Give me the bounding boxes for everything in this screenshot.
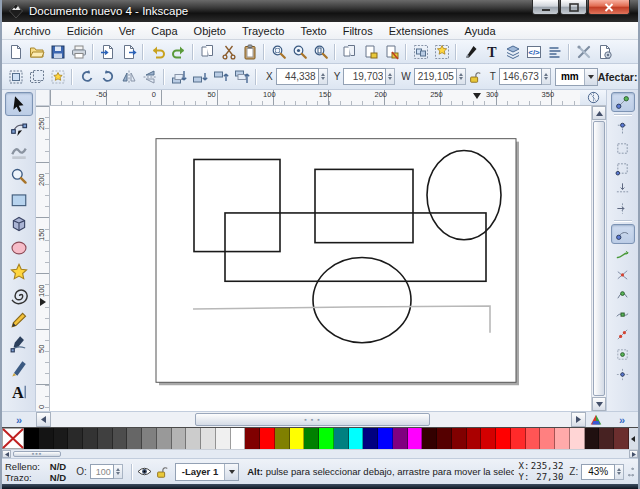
snap-bbox-edges-button[interactable] [611,138,635,158]
zoom-to-selection-button[interactable] [268,42,289,62]
resize-grip[interactable] [627,464,635,480]
print-document-button[interactable] [68,42,89,62]
titlebar[interactable]: Documento nuevo 4 - Inkscape [2,0,638,22]
snap-enable-button[interactable] [611,92,635,112]
snap-bbox-edge-midpoints-button[interactable] [611,178,635,198]
y-spinner[interactable] [386,68,395,85]
tool-ellipse[interactable] [5,236,33,260]
swatch-ff0000[interactable] [496,428,511,449]
swatch-404040[interactable] [98,428,113,449]
export-bitmap-button[interactable] [118,42,139,62]
swatch-ff5555[interactable] [526,428,541,449]
tool-rectangle[interactable] [5,188,33,212]
vertical-scrollbar[interactable] [591,106,606,411]
undo-button[interactable] [147,42,168,62]
raise-to-top-button[interactable] [231,67,252,87]
swatch-b3b3b3[interactable] [172,428,187,449]
snapbar-overflow-chevron[interactable]: » [616,414,628,426]
swatch-none[interactable] [2,428,24,449]
xml-editor-button[interactable]: </> [523,42,544,62]
swatch-d40000[interactable] [481,428,496,449]
swatch-00ffff[interactable] [349,428,364,449]
document-properties-button[interactable] [594,42,615,62]
flip-vertical-button[interactable] [139,67,160,87]
save-document-button[interactable] [47,42,68,62]
swatch-292929[interactable] [68,428,83,449]
swatch-800000[interactable] [452,428,467,449]
tool-text[interactable]: A [5,380,33,404]
swatch-330000[interactable] [422,428,437,449]
new-document-button[interactable] [5,42,26,62]
tool-node-editor[interactable] [5,116,33,140]
raise-button[interactable] [210,67,231,87]
menu-archivo[interactable]: Archivo [6,24,59,38]
swatch-ffff00[interactable] [290,428,305,449]
swatch-4d4d4d[interactable] [113,428,128,449]
x-spinner[interactable] [319,68,328,85]
swatch-ff2a2a[interactable] [511,428,526,449]
swatch-ffaaaa[interactable] [555,428,570,449]
menu-objeto[interactable]: Objeto [186,24,234,38]
tool-zoom[interactable] [5,164,33,188]
unlink-clone-button[interactable] [381,42,402,62]
swatch-00ff00[interactable] [319,428,334,449]
menu-trayecto[interactable]: Trayecto [234,24,292,38]
snap-bbox-centers-button[interactable] [611,198,635,218]
vertical-ruler[interactable]: 250200150100500 [36,106,50,411]
swatch-ff8080[interactable] [540,428,555,449]
rotate-ccw-button[interactable] [76,67,97,87]
palette-more-arrow[interactable] [629,428,638,449]
snap-rotation-centers-button[interactable] [611,364,635,384]
create-clone-button[interactable] [360,42,381,62]
vertical-scroll-thumb[interactable] [593,121,605,396]
layer-visibility-icon[interactable] [136,464,153,480]
swatch-999999[interactable] [157,428,172,449]
swatch-800080[interactable] [393,428,408,449]
align-dialog-button[interactable] [544,42,565,62]
fill-stroke-indicator[interactable]: Relleno: N/D Trazo: N/D [5,461,66,483]
palette-scrollbar[interactable]: ▪▪▪ [2,449,638,458]
menu-filtros[interactable]: Filtros [335,24,381,38]
swatch-008080[interactable] [334,428,349,449]
color-management-button[interactable] [586,412,606,427]
swatch-201010[interactable] [585,428,600,449]
tool-star[interactable] [5,260,33,284]
x-input[interactable] [276,68,319,85]
horizontal-scrollbar[interactable]: ▪ ▪ ▪ [51,412,571,427]
open-document-button[interactable] [26,42,47,62]
page-border[interactable] [156,139,516,383]
menu-texto[interactable]: Texto [292,24,334,38]
select-all-button[interactable] [5,67,26,87]
toolbox-overflow-chevron[interactable]: » [13,414,25,426]
menu-extensiones[interactable]: Extensiones [381,24,457,38]
snap-bbox-corners-button[interactable] [611,158,635,178]
swatch-666666[interactable] [127,428,142,449]
tool-calligraphy[interactable] [5,356,33,380]
swatch-808080[interactable] [142,428,157,449]
swatch-ff00ff[interactable] [408,428,423,449]
swatch-e0e0e0[interactable] [201,428,216,449]
tool-bezier-pen[interactable] [5,332,33,356]
ungroup-objects-button[interactable] [431,42,452,62]
menu-capa[interactable]: Capa [143,24,185,38]
swatch-cccccc[interactable] [186,428,201,449]
select-all-layers-button[interactable] [26,67,47,87]
close-button[interactable] [588,0,630,15]
lower-to-bottom-button[interactable] [168,67,189,87]
menu-ayuda[interactable]: Ayuda [457,24,504,38]
swatch-0000ff[interactable] [378,428,393,449]
tool-tweak[interactable] [5,140,33,164]
tool-box-3d[interactable] [5,212,33,236]
palette-scroll-left[interactable] [2,450,11,458]
preferences-button[interactable] [573,42,594,62]
layer-select[interactable]: -Layer 1 [175,463,239,481]
lower-button[interactable] [189,67,210,87]
scroll-right-button[interactable] [571,412,586,427]
swatch-800000[interactable] [245,428,260,449]
layer-lock-icon[interactable] [153,464,170,480]
menu-edicion[interactable]: Edición [59,24,111,38]
minimize-button[interactable] [532,0,559,15]
maximize-button[interactable] [560,0,587,15]
snap-line-midpoints-button[interactable] [611,324,635,344]
layer-dropdown-icon[interactable] [224,464,238,480]
